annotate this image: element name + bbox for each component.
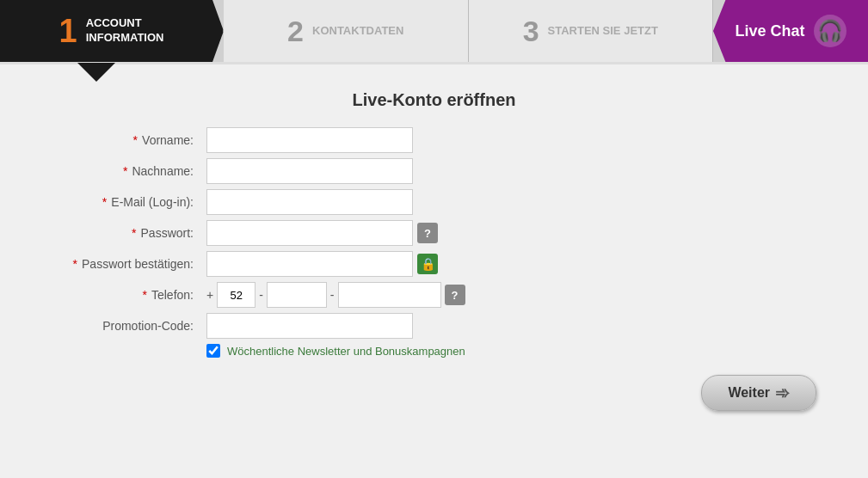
step3-number: 3 bbox=[523, 16, 539, 46]
weiter-arrow-icon: ➾ bbox=[775, 383, 790, 403]
passwort-label-cell: * Passwort: bbox=[34, 226, 206, 240]
main-content: Live-Konto eröffnen * Vorname: * Nachnam… bbox=[0, 62, 868, 478]
vorname-row: * Vorname: bbox=[34, 127, 834, 153]
weiter-label: Weiter bbox=[728, 385, 770, 401]
step2-number: 2 bbox=[287, 16, 304, 46]
livechat-label: Live Chat bbox=[735, 22, 804, 40]
phone-area-input[interactable] bbox=[267, 282, 327, 308]
nachname-input-cell bbox=[206, 158, 834, 184]
passwort-label: Passwort: bbox=[141, 226, 194, 240]
vorname-input-cell bbox=[206, 127, 834, 153]
passwort-input[interactable] bbox=[206, 220, 413, 246]
phone-separator1: - bbox=[259, 288, 263, 302]
step3-label: STARTEN SIE JETZT bbox=[548, 24, 658, 39]
promo-label: Promotion-Code: bbox=[102, 319, 194, 333]
newsletter-label[interactable]: Wöchentliche Newsletter und Bonuskampagn… bbox=[227, 345, 465, 358]
form-title: Live-Konto eröffnen bbox=[34, 90, 834, 110]
email-required: * bbox=[102, 195, 107, 209]
phone-help-button[interactable]: ? bbox=[445, 285, 465, 305]
nachname-input[interactable] bbox=[206, 158, 413, 184]
email-row: * E-Mail (Log-in): bbox=[34, 189, 834, 215]
passwort-confirm-input-cell: 🔒 bbox=[206, 251, 834, 277]
nachname-row: * Nachname: bbox=[34, 158, 834, 184]
step1-tab[interactable]: 1 ACCOUNT INFORMATION bbox=[0, 0, 224, 62]
passwort-confirm-label: Passwort bestätigen: bbox=[82, 257, 194, 271]
passwort-confirm-required: * bbox=[73, 257, 77, 271]
passwort-confirm-input[interactable] bbox=[206, 251, 413, 277]
vorname-required: * bbox=[133, 133, 138, 147]
lock-icon: 🔒 bbox=[417, 254, 438, 274]
phone-country-input[interactable] bbox=[217, 282, 255, 308]
submit-area: Weiter ➾ bbox=[34, 375, 834, 411]
step1-number: 1 bbox=[59, 15, 77, 47]
promo-label-cell: Promotion-Code: bbox=[34, 319, 206, 333]
telefon-label-cell: * Telefon: bbox=[34, 288, 206, 302]
telefon-input-cell: + - - ? bbox=[206, 282, 834, 308]
passwort-help-button[interactable]: ? bbox=[417, 223, 438, 243]
promo-input[interactable] bbox=[206, 313, 413, 339]
passwort-input-cell: ? bbox=[206, 220, 834, 246]
passwort-row: * Passwort: ? bbox=[34, 220, 834, 246]
telefon-row: * Telefon: + - - ? bbox=[34, 282, 834, 308]
step2-tab[interactable]: 2 KONTAKTDATEN bbox=[224, 0, 469, 62]
passwort-confirm-row: * Passwort bestätigen: 🔒 bbox=[34, 251, 834, 277]
email-label-cell: * E-Mail (Log-in): bbox=[34, 195, 206, 209]
step1-label: ACCOUNT INFORMATION bbox=[86, 16, 164, 46]
phone-plus: + bbox=[206, 288, 213, 302]
vorname-input[interactable] bbox=[206, 127, 413, 153]
telefon-required: * bbox=[143, 288, 147, 302]
newsletter-checkbox[interactable] bbox=[206, 344, 220, 358]
step3-tab[interactable]: 3 STARTEN SIE JETZT bbox=[469, 0, 714, 62]
email-input-cell bbox=[206, 189, 834, 215]
promo-input-cell bbox=[206, 313, 834, 339]
vorname-label-cell: * Vorname: bbox=[34, 133, 206, 147]
headset-icon: 🎧 bbox=[814, 15, 846, 47]
telefon-label: Telefon: bbox=[151, 288, 194, 302]
vorname-label: Vorname: bbox=[142, 133, 194, 147]
phone-row: + - - ? bbox=[206, 282, 465, 308]
phone-separator2: - bbox=[330, 288, 335, 302]
weiter-button[interactable]: Weiter ➾ bbox=[701, 375, 816, 411]
top-navigation: 1 ACCOUNT INFORMATION 2 KONTAKTDATEN 3 S… bbox=[0, 0, 868, 62]
nachname-label-cell: * Nachname: bbox=[34, 164, 206, 178]
step2-label: KONTAKTDATEN bbox=[312, 24, 403, 39]
passwort-confirm-label-cell: * Passwort bestätigen: bbox=[34, 257, 206, 271]
promo-row: Promotion-Code: bbox=[34, 313, 834, 339]
passwort-required: * bbox=[132, 226, 136, 240]
newsletter-row: Wöchentliche Newsletter und Bonuskampagn… bbox=[206, 344, 834, 358]
step1-pointer bbox=[77, 63, 115, 82]
nachname-label: Nachname: bbox=[132, 164, 194, 178]
email-label: E-Mail (Log-in): bbox=[111, 195, 194, 209]
live-chat-button[interactable]: Live Chat 🎧 bbox=[713, 0, 868, 62]
email-input[interactable] bbox=[206, 189, 413, 215]
phone-number-input[interactable] bbox=[338, 282, 441, 308]
nachname-required: * bbox=[123, 164, 127, 178]
